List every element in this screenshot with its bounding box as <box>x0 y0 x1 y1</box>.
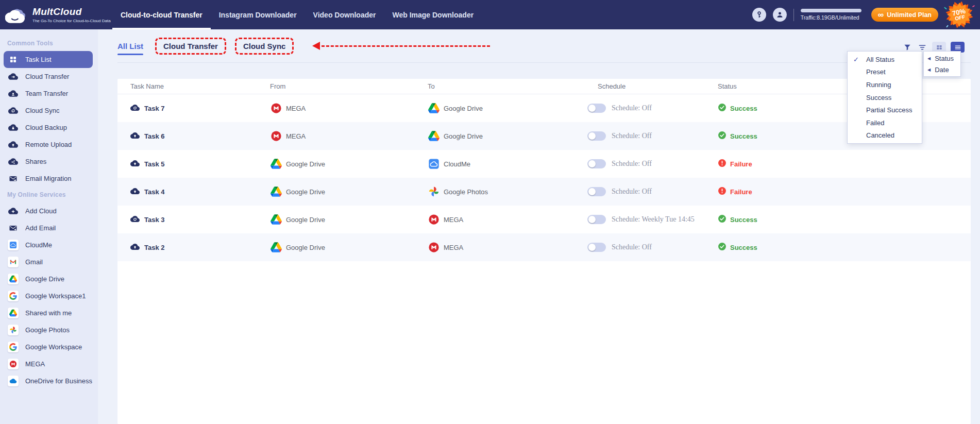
google-drive-icon <box>270 241 282 253</box>
status-label: Success <box>730 105 757 112</box>
task-name: Task 5 <box>144 160 165 168</box>
schedule-label: Schedule: Weekly Tue 14:45 <box>612 215 695 224</box>
chevron-left-icon: ◀ <box>927 67 931 72</box>
nav-item-instagram-downloader[interactable]: Instagram Downloader <box>211 0 305 29</box>
schedule-label: Schedule: Off <box>612 104 652 112</box>
tab-cloud-sync[interactable]: Cloud Sync <box>235 38 294 55</box>
sidebar-item-gmail[interactable]: Gmail <box>4 253 93 270</box>
task-list-icon <box>7 54 19 65</box>
task-row-task-6[interactable]: Task 6MEGAGoogle DriveSchedule: OffSucce… <box>117 122 971 150</box>
failure-icon <box>718 159 726 169</box>
sidebar-item-label: Task List <box>25 56 52 63</box>
sidebar-item-team-transfer[interactable]: Team Transfer <box>4 85 93 102</box>
sidebar-section-common-tools: Common Tools <box>0 36 98 51</box>
add-email-icon <box>7 223 19 234</box>
status-filter-menu: ✓All StatusPresetRunningSuccessPartial S… <box>847 51 922 144</box>
promo-badge[interactable]: 70% OFF <box>945 1 974 29</box>
tab-cloud-transfer[interactable]: Cloud Transfer <box>155 38 226 55</box>
status-menu-item-canceled[interactable]: Canceled <box>848 129 922 142</box>
nav-item-video-downloader[interactable]: Video Downloader <box>305 0 384 29</box>
status-menu-item-success[interactable]: Success <box>848 91 922 104</box>
sidebar-item-shared-with-me[interactable]: Shared with me <box>4 304 93 321</box>
mega-icon <box>270 130 282 142</box>
status-menu-item-running[interactable]: Running <box>848 78 922 91</box>
status-menu-item-all-status[interactable]: ✓All Status <box>848 53 922 66</box>
table-header: Task Name From To Schedule Status <box>117 79 971 94</box>
sidebar-item-cloud-transfer[interactable]: Cloud Transfer <box>4 68 93 85</box>
sidebar-item-task-list[interactable]: Task List <box>4 51 93 68</box>
nav-item-web-image-downloader[interactable]: Web Image Downloader <box>384 0 482 29</box>
sidebar-item-label: MEGA <box>25 360 45 368</box>
sync-task-icon <box>130 103 140 114</box>
failure-icon <box>718 186 726 197</box>
cloud-transfer-icon <box>7 71 19 82</box>
tab-all-list[interactable]: All List <box>117 42 143 50</box>
sidebar-item-add-email[interactable]: Add Email <box>4 219 93 236</box>
sidebar-item-label: Cloud Sync <box>25 107 59 114</box>
sidebar-item-label: Email Migration <box>25 175 72 182</box>
sidebar-item-shares[interactable]: Shares <box>4 153 93 170</box>
traffic-label: Traffic:8.19GB/Unlimited <box>801 14 865 21</box>
google-drive-icon <box>428 102 440 114</box>
status-menu-label: Partial Success <box>866 106 913 114</box>
account-icon[interactable] <box>773 8 787 22</box>
sidebar-item-cloud-backup[interactable]: Cloud Backup <box>4 119 93 136</box>
status-menu-item-failed[interactable]: Failed <box>848 116 922 129</box>
sidebar-item-mega[interactable]: MEGA <box>4 355 93 372</box>
sidebar-item-cloud-sync[interactable]: Cloud Sync <box>4 102 93 119</box>
traffic-progressbar <box>801 9 861 12</box>
key-icon[interactable] <box>752 8 766 22</box>
status-menu-item-preset[interactable]: Preset <box>848 66 922 79</box>
check-icon: ✓ <box>853 56 859 63</box>
to-service-label: Google Photos <box>444 188 488 196</box>
sidebar-item-google-workspace1[interactable]: Google Workspace1 <box>4 287 93 304</box>
filter-menu-item-status[interactable]: ◀Status <box>924 53 960 64</box>
sidebar-item-google-workspace[interactable]: Google Workspace <box>4 338 93 355</box>
sidebar-item-cloudme[interactable]: CloudMe <box>4 236 93 253</box>
multcloud-logo[interactable]: MultCloud The Go-To Choice for Cloud-to-… <box>5 5 106 25</box>
schedule-toggle[interactable] <box>587 159 606 168</box>
from-service-label: Google Drive <box>286 244 325 251</box>
task-row-task-3[interactable]: Task 3Google DriveMEGASchedule: Weekly T… <box>117 206 971 233</box>
task-row-task-4[interactable]: Task 4Google DriveGoogle PhotosSchedule:… <box>117 178 971 206</box>
success-icon <box>718 103 726 113</box>
google-photos-icon <box>8 325 19 335</box>
nav-item-cloud-to-cloud-transfer[interactable]: Cloud-to-cloud Transfer <box>112 0 211 29</box>
status-menu-label: Success <box>866 94 891 101</box>
schedule-toggle[interactable] <box>587 104 606 113</box>
filter-menu-label: Date <box>935 66 949 74</box>
schedule-toggle[interactable] <box>587 131 606 141</box>
sidebar-item-add-cloud[interactable]: Add Cloud <box>4 202 93 219</box>
schedule-label: Schedule: Off <box>612 132 652 140</box>
sidebar-item-remote-upload[interactable]: Remote Upload <box>4 136 93 153</box>
task-table: Task Name From To Schedule Status Task 7… <box>117 79 971 424</box>
sidebar-item-label: CloudMe <box>25 241 52 249</box>
transfer-task-icon <box>130 242 140 253</box>
to-service-label: CloudMe <box>444 160 470 168</box>
sidebar-item-email-migration[interactable]: Email Migration <box>4 170 93 187</box>
unlimited-plan-button[interactable]: ∞ Unlimited Plan <box>871 8 938 22</box>
task-row-task-7[interactable]: Task 7MEGAGoogle DriveSchedule: OffSucce… <box>117 94 971 122</box>
schedule-toggle[interactable] <box>587 187 606 196</box>
google-drive-icon <box>270 213 282 226</box>
mega-icon <box>428 241 440 253</box>
brand-title: MultCloud <box>32 6 111 18</box>
to-service-label: Google Drive <box>444 132 483 140</box>
task-list-tabs: All ListCloud TransferCloud Sync <box>117 29 971 63</box>
sidebar-item-onedrive-for-business[interactable]: OneDrive for Business <box>4 372 93 389</box>
status-menu-label: Canceled <box>866 131 894 139</box>
filter-menu-item-date[interactable]: ◀Date <box>924 64 960 75</box>
status-menu-item-partial-success[interactable]: Partial Success <box>848 104 922 116</box>
sidebar-item-google-photos[interactable]: Google Photos <box>4 321 93 338</box>
schedule-toggle[interactable] <box>587 243 606 252</box>
col-status: Status <box>718 82 971 90</box>
sidebar-item-google-drive[interactable]: Google Drive <box>4 270 93 287</box>
task-row-task-5[interactable]: Task 5Google DriveCloudMeSchedule: OffFa… <box>117 150 971 178</box>
sidebar-item-label: Cloud Transfer <box>25 73 69 80</box>
success-icon <box>718 242 726 252</box>
task-row-task-2[interactable]: Task 2Google DriveMEGASchedule: OffSucce… <box>117 233 971 261</box>
google-workspace-icon <box>8 342 19 352</box>
add-cloud-icon <box>7 206 19 217</box>
cloudme-icon <box>8 240 19 250</box>
schedule-toggle[interactable] <box>587 215 606 224</box>
